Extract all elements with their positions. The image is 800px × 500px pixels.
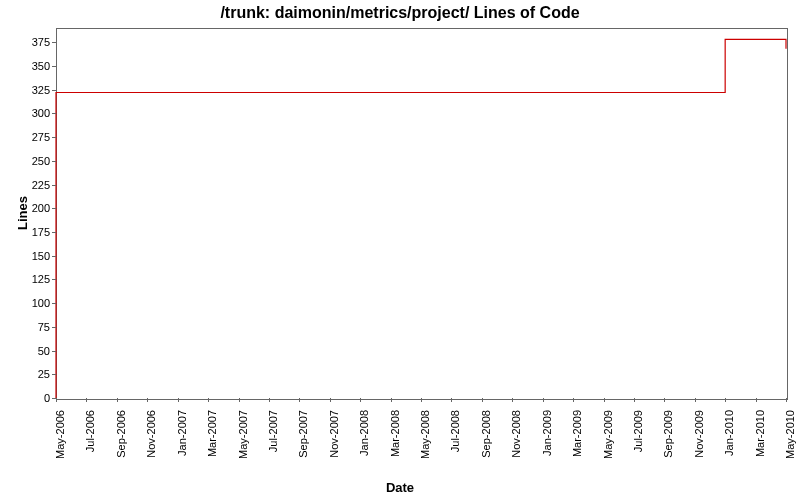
y-tick-mark xyxy=(52,303,56,304)
y-tick-label: 0 xyxy=(44,392,50,404)
x-tick-label: May-2008 xyxy=(419,410,431,459)
y-tick-label: 225 xyxy=(32,179,50,191)
x-tick-mark xyxy=(330,398,331,402)
x-tick-label: Sep-2008 xyxy=(480,410,492,458)
x-tick-label: Jan-2009 xyxy=(541,410,553,456)
x-tick-label: May-2010 xyxy=(784,410,796,459)
x-tick-mark xyxy=(360,398,361,402)
y-tick-mark xyxy=(52,256,56,257)
y-tick-label: 100 xyxy=(32,297,50,309)
loc-chart: /trunk: daimonin/metrics/project/ Lines … xyxy=(0,0,800,500)
y-tick-mark xyxy=(52,185,56,186)
x-tick-label: Nov-2009 xyxy=(693,410,705,458)
y-tick-mark xyxy=(52,42,56,43)
y-tick-label: 50 xyxy=(38,345,50,357)
y-tick-label: 250 xyxy=(32,155,50,167)
x-tick-label: Mar-2010 xyxy=(754,410,766,457)
x-tick-mark xyxy=(451,398,452,402)
y-tick-mark xyxy=(52,232,56,233)
y-tick-label: 175 xyxy=(32,226,50,238)
x-tick-label: Nov-2007 xyxy=(328,410,340,458)
x-tick-label: Nov-2006 xyxy=(145,410,157,458)
y-tick-label: 300 xyxy=(32,107,50,119)
x-tick-mark xyxy=(178,398,179,402)
x-tick-label: Sep-2006 xyxy=(115,410,127,458)
x-tick-mark xyxy=(512,398,513,402)
y-tick-mark xyxy=(52,351,56,352)
x-tick-mark xyxy=(664,398,665,402)
x-tick-label: Jul-2006 xyxy=(84,410,96,452)
x-tick-label: Jan-2010 xyxy=(723,410,735,456)
x-tick-mark xyxy=(117,398,118,402)
x-tick-mark xyxy=(269,398,270,402)
y-tick-mark xyxy=(52,137,56,138)
y-tick-mark xyxy=(52,66,56,67)
y-tick-label: 325 xyxy=(32,84,50,96)
x-tick-label: May-2006 xyxy=(54,410,66,459)
y-tick-label: 275 xyxy=(32,131,50,143)
x-tick-mark xyxy=(299,398,300,402)
y-tick-mark xyxy=(52,90,56,91)
x-tick-mark xyxy=(421,398,422,402)
x-tick-mark xyxy=(573,398,574,402)
y-tick-label: 150 xyxy=(32,250,50,262)
y-tick-mark xyxy=(52,113,56,114)
x-tick-label: May-2007 xyxy=(237,410,249,459)
x-tick-mark xyxy=(482,398,483,402)
x-tick-mark xyxy=(543,398,544,402)
y-tick-mark xyxy=(52,208,56,209)
x-tick-mark xyxy=(695,398,696,402)
x-tick-label: Nov-2008 xyxy=(510,410,522,458)
y-tick-mark xyxy=(52,327,56,328)
y-tick-mark xyxy=(52,279,56,280)
y-tick-mark xyxy=(52,374,56,375)
x-tick-mark xyxy=(56,398,57,402)
x-tick-mark xyxy=(86,398,87,402)
x-tick-mark xyxy=(239,398,240,402)
x-tick-label: Jul-2009 xyxy=(632,410,644,452)
x-tick-label: Jan-2008 xyxy=(358,410,370,456)
x-tick-mark xyxy=(725,398,726,402)
x-tick-label: Sep-2007 xyxy=(297,410,309,458)
x-tick-label: Mar-2009 xyxy=(571,410,583,457)
x-tick-label: Jul-2007 xyxy=(267,410,279,452)
x-tick-mark xyxy=(147,398,148,402)
y-tick-mark xyxy=(52,161,56,162)
x-tick-label: Jan-2007 xyxy=(176,410,188,456)
x-tick-mark xyxy=(634,398,635,402)
x-tick-label: Sep-2009 xyxy=(662,410,674,458)
y-tick-label: 75 xyxy=(38,321,50,333)
x-tick-mark xyxy=(391,398,392,402)
y-tick-label: 375 xyxy=(32,36,50,48)
y-tick-label: 350 xyxy=(32,60,50,72)
x-tick-mark xyxy=(208,398,209,402)
y-tick-label: 125 xyxy=(32,273,50,285)
x-tick-label: Mar-2007 xyxy=(206,410,218,457)
x-tick-label: Jul-2008 xyxy=(449,410,461,452)
x-tick-mark xyxy=(756,398,757,402)
x-tick-mark xyxy=(786,398,787,402)
x-tick-label: Mar-2008 xyxy=(389,410,401,457)
y-tick-label: 200 xyxy=(32,202,50,214)
y-tick-label: 25 xyxy=(38,368,50,380)
x-tick-label: May-2009 xyxy=(602,410,614,459)
x-tick-mark xyxy=(604,398,605,402)
